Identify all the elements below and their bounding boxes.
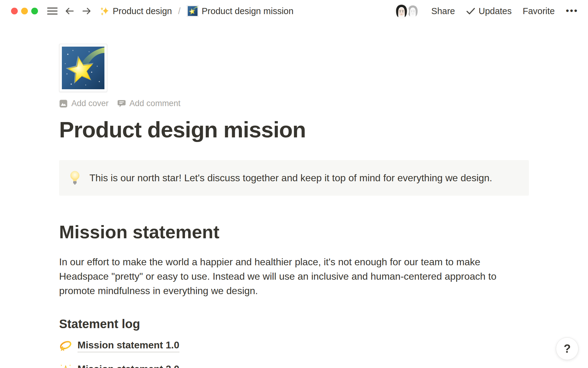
sidebar-toggle-button[interactable] bbox=[46, 5, 59, 17]
topbar: Product design / Product design mission … bbox=[0, 0, 588, 22]
help-label: ? bbox=[564, 342, 571, 355]
page-title[interactable]: Product design mission bbox=[59, 117, 529, 142]
add-comment-button[interactable]: Add comment bbox=[117, 99, 181, 108]
share-button[interactable]: Share bbox=[431, 5, 455, 17]
check-icon bbox=[466, 7, 475, 15]
comment-icon bbox=[117, 99, 126, 108]
updates-label: Updates bbox=[479, 6, 512, 16]
favorite-button[interactable]: Favorite bbox=[522, 5, 556, 17]
shooting-star-icon bbox=[188, 6, 198, 16]
breadcrumb: Product design / Product design mission bbox=[98, 4, 295, 18]
presence-avatars bbox=[394, 3, 421, 19]
hamburger-icon bbox=[47, 7, 58, 15]
breadcrumb-parent-label: Product design bbox=[113, 6, 172, 16]
page-link-label: Mission statement 2.0 bbox=[77, 363, 179, 368]
light-bulb-icon bbox=[70, 171, 80, 185]
page-link-mission-statement-2[interactable]: Mission statement 2.0 bbox=[59, 361, 179, 368]
add-comment-label: Add comment bbox=[130, 99, 181, 108]
breadcrumb-separator: / bbox=[177, 6, 181, 16]
dizzy-star-icon bbox=[59, 339, 72, 353]
add-cover-button[interactable]: Add cover bbox=[59, 99, 109, 108]
updates-button[interactable]: Updates bbox=[466, 5, 512, 17]
page-link-label: Mission statement 1.0 bbox=[77, 339, 179, 352]
arrow-left-icon bbox=[65, 7, 74, 15]
avatar-face-icon bbox=[394, 3, 409, 19]
page-link-mission-statement-1[interactable]: Mission statement 1.0 bbox=[59, 337, 179, 355]
glowing-star-icon bbox=[59, 363, 72, 368]
window-controls bbox=[11, 8, 38, 14]
close-window-button[interactable] bbox=[11, 8, 18, 14]
arrow-right-icon bbox=[82, 7, 91, 15]
mission-statement-heading[interactable]: Mission statement bbox=[59, 221, 529, 243]
picture-icon bbox=[59, 99, 68, 108]
statement-log-heading[interactable]: Statement log bbox=[59, 317, 529, 331]
ellipsis-icon: ••• bbox=[566, 6, 578, 16]
page-content: Add cover Add comment Product design mis… bbox=[59, 44, 529, 368]
back-button[interactable] bbox=[63, 5, 76, 17]
page-actions: Add cover Add comment bbox=[59, 99, 529, 108]
minimize-window-button[interactable] bbox=[21, 8, 28, 14]
sparkles-icon bbox=[100, 6, 109, 16]
fullscreen-window-button[interactable] bbox=[31, 8, 38, 14]
help-button[interactable]: ? bbox=[556, 337, 579, 360]
callout-block[interactable]: This is our north star! Let's discuss to… bbox=[59, 160, 529, 196]
callout-text: This is our north star! Let's discuss to… bbox=[89, 171, 492, 185]
breadcrumb-item-current[interactable]: Product design mission bbox=[185, 4, 296, 18]
shooting-star-thumbnail bbox=[187, 5, 198, 17]
page-icon[interactable] bbox=[59, 44, 107, 92]
breadcrumb-item-parent[interactable]: Product design bbox=[98, 5, 174, 17]
shooting-star-icon bbox=[62, 47, 104, 89]
breadcrumb-current-label: Product design mission bbox=[202, 6, 294, 16]
more-options-button[interactable]: ••• bbox=[565, 5, 579, 17]
user-avatar-front[interactable] bbox=[394, 3, 409, 19]
mission-statement-paragraph[interactable]: In our effort to make the world a happie… bbox=[59, 255, 529, 298]
forward-button[interactable] bbox=[80, 5, 93, 17]
add-cover-label: Add cover bbox=[71, 99, 109, 108]
